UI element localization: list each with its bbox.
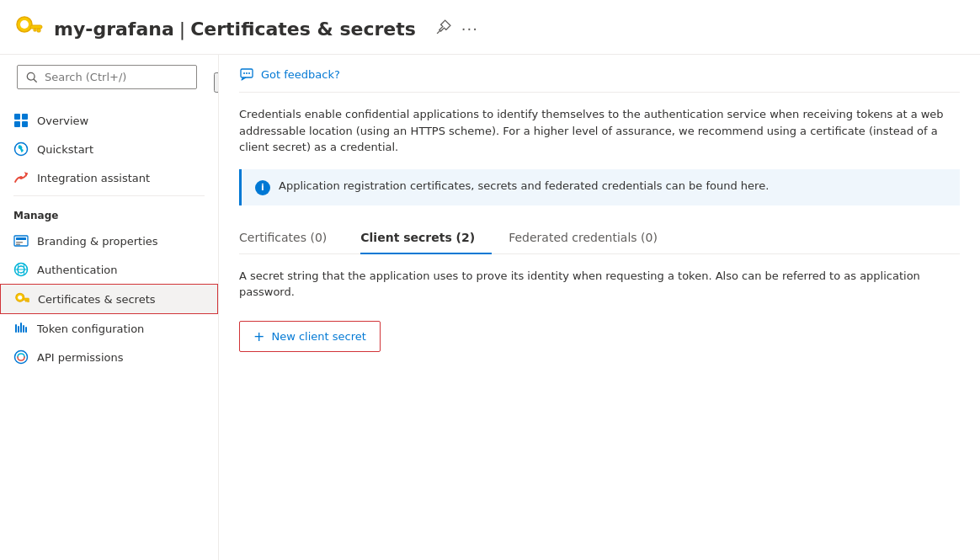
plus-icon: + (253, 328, 264, 344)
svg-rect-2 (30, 25, 42, 29)
feedback-icon (239, 67, 254, 82)
svg-point-31 (246, 72, 248, 74)
svg-rect-27 (25, 327, 27, 333)
svg-point-19 (18, 296, 22, 300)
sidebar-item-certificates-label: Certificates & secrets (38, 293, 156, 306)
svg-rect-22 (25, 300, 27, 301)
quickstart-icon (13, 141, 29, 157)
sidebar: « Overview Quickstart (0, 55, 219, 560)
svg-point-28 (15, 351, 28, 364)
svg-rect-6 (14, 114, 20, 120)
manage-section-label: Manage (0, 200, 218, 227)
sidebar-divider (13, 195, 205, 196)
api-icon (13, 349, 29, 365)
svg-rect-13 (16, 237, 26, 240)
certificates-key-icon (14, 291, 29, 307)
sidebar-item-integration[interactable]: Integration assistant (0, 163, 218, 192)
svg-rect-25 (20, 323, 22, 333)
content-area: Got feedback? Credentials enable confide… (219, 55, 980, 560)
header-title: my-grafana | Certificates & secrets (54, 19, 416, 40)
main-layout: « Overview Quickstart (0, 55, 980, 560)
description-text: Credentials enable confidential applicat… (239, 106, 960, 156)
page-title-text: Certificates & secrets (190, 19, 416, 40)
svg-rect-14 (16, 242, 23, 243)
sidebar-item-authentication-label: Authentication (37, 264, 117, 276)
svg-point-30 (243, 72, 245, 74)
svg-rect-4 (34, 29, 36, 31)
more-options-icon[interactable]: ··· (461, 20, 478, 38)
overview-icon (13, 113, 29, 128)
sidebar-item-api-label: API permissions (37, 351, 123, 364)
svg-point-11 (19, 176, 23, 179)
sidebar-item-api[interactable]: API permissions (0, 343, 218, 371)
branding-icon (13, 233, 29, 248)
tab-client-secrets[interactable]: Client secrets (2) (360, 222, 492, 254)
svg-rect-9 (22, 121, 28, 127)
page-header: my-grafana | Certificates & secrets ··· (0, 0, 980, 55)
sidebar-item-quickstart[interactable]: Quickstart (0, 135, 218, 163)
search-input[interactable] (45, 71, 188, 83)
info-icon: i (255, 180, 270, 195)
svg-rect-21 (27, 300, 29, 301)
sidebar-item-integration-label: Integration assistant (37, 172, 150, 184)
search-box[interactable] (17, 65, 197, 89)
svg-rect-8 (14, 121, 20, 127)
sidebar-item-overview[interactable]: Overview (0, 106, 218, 135)
info-banner: i Application registration certificates,… (239, 169, 960, 205)
svg-rect-3 (37, 29, 40, 32)
sidebar-item-token[interactable]: Token configuration (0, 314, 218, 343)
search-icon (26, 72, 38, 83)
sidebar-item-overview-label: Overview (37, 115, 88, 127)
new-client-secret-button[interactable]: + New client secret (239, 321, 381, 352)
new-secret-label: New client secret (271, 330, 365, 343)
sidebar-item-certificates[interactable]: Certificates & secrets (0, 284, 218, 314)
sidebar-item-quickstart-label: Quickstart (37, 143, 93, 156)
app-name: my-grafana (54, 19, 174, 40)
svg-rect-15 (16, 244, 20, 246)
info-text: Application registration certificates, s… (279, 179, 769, 192)
tab-description: A secret string that the application use… (239, 268, 960, 301)
sidebar-item-authentication[interactable]: Authentication (0, 255, 218, 284)
tabs-container: Certificates (0) Client secrets (2) Fede… (239, 222, 960, 254)
sidebar-item-branding-label: Branding & properties (37, 235, 158, 248)
svg-rect-24 (18, 326, 19, 333)
sidebar-item-token-label: Token configuration (37, 323, 144, 335)
sidebar-item-branding[interactable]: Branding & properties (0, 227, 218, 255)
authentication-icon (13, 262, 29, 277)
svg-point-1 (20, 20, 29, 29)
svg-rect-26 (23, 325, 24, 333)
integration-icon (13, 170, 29, 185)
header-actions: ··· (436, 19, 478, 38)
token-icon (13, 321, 29, 336)
key-icon (13, 13, 44, 44)
feedback-bar[interactable]: Got feedback? (239, 55, 960, 93)
svg-point-32 (248, 72, 250, 74)
feedback-label: Got feedback? (261, 68, 340, 81)
pin-icon[interactable] (436, 19, 451, 38)
title-separator: | (179, 19, 185, 40)
svg-rect-23 (15, 324, 17, 333)
tab-federated-credentials[interactable]: Federated credentials (0) (509, 222, 674, 254)
tab-certificates[interactable]: Certificates (0) (239, 222, 344, 254)
svg-rect-7 (22, 114, 28, 120)
